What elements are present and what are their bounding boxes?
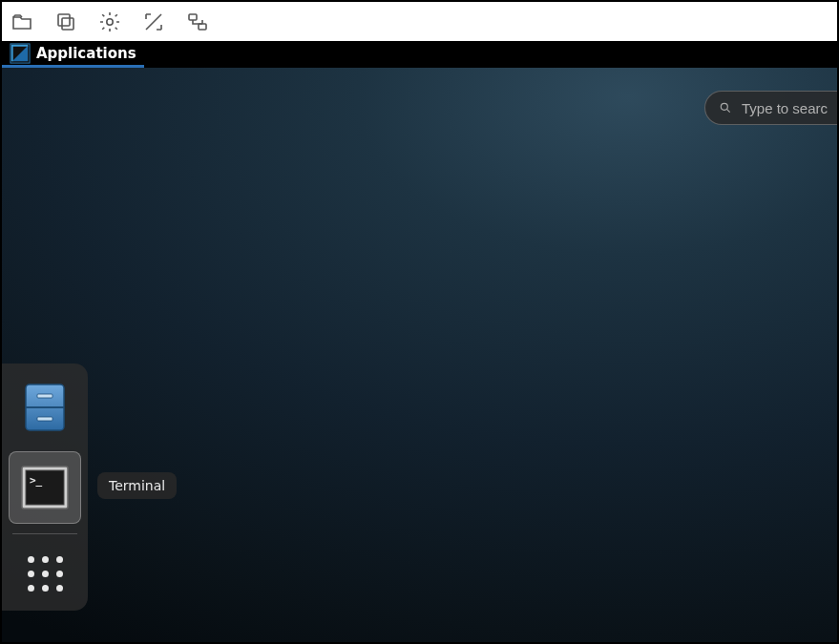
svg-rect-4 xyxy=(199,24,206,30)
dash: >_ xyxy=(2,364,88,611)
dash-item-files[interactable] xyxy=(9,371,81,444)
fullscreen-icon[interactable] xyxy=(139,8,168,36)
svg-rect-1 xyxy=(58,14,70,26)
dash-item-terminal[interactable]: >_ xyxy=(9,451,81,524)
host-toolbar xyxy=(0,0,839,41)
copy-icon[interactable] xyxy=(52,8,80,36)
svg-rect-3 xyxy=(189,14,197,20)
file-manager-icon xyxy=(20,381,70,434)
applications-button[interactable]: Applications xyxy=(2,41,144,68)
dash-tooltip: Terminal xyxy=(97,472,177,499)
applications-label: Applications xyxy=(36,45,136,62)
svg-rect-0 xyxy=(62,18,73,30)
show-applications-button[interactable] xyxy=(9,544,81,603)
network-icon[interactable] xyxy=(183,8,212,36)
search-input[interactable] xyxy=(742,100,828,116)
svg-text:>_: >_ xyxy=(30,474,43,487)
search-icon xyxy=(719,101,732,114)
overview-search[interactable] xyxy=(704,91,837,125)
svg-point-2 xyxy=(107,18,113,24)
gnome-top-bar: Applications xyxy=(0,41,839,68)
svg-rect-10 xyxy=(37,417,52,421)
dash-separator xyxy=(12,533,77,534)
apps-grid-icon xyxy=(24,552,66,594)
desktop-overview: >_ Terminal xyxy=(0,68,839,644)
svg-point-6 xyxy=(721,103,727,110)
svg-rect-9 xyxy=(37,394,52,398)
distro-logo-icon xyxy=(10,43,31,64)
terminal-icon: >_ xyxy=(18,461,72,514)
open-folder-icon[interactable] xyxy=(8,8,36,36)
svg-rect-8 xyxy=(26,406,64,408)
tooltip-label: Terminal xyxy=(109,478,165,493)
gear-icon[interactable] xyxy=(95,8,124,36)
